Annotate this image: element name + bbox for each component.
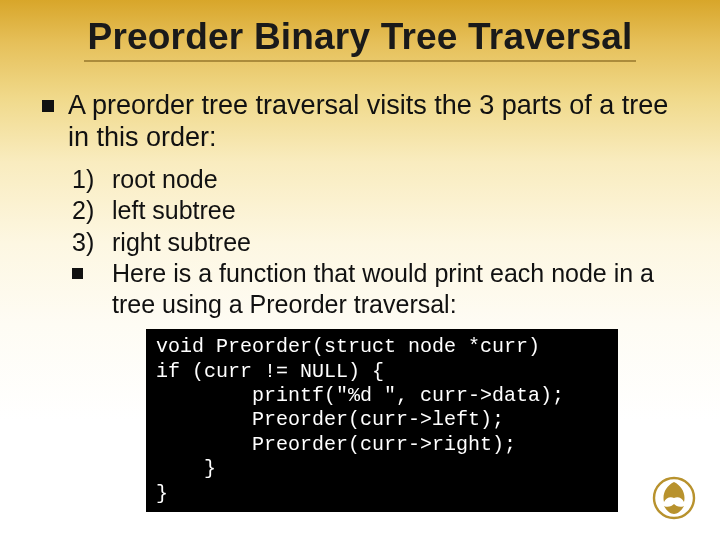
intro-line: A preorder tree traversal visits the 3 p…: [42, 90, 678, 154]
intro-text: A preorder tree traversal visits the 3 p…: [68, 90, 668, 152]
code-block: void Preorder(struct node *curr) if (cur…: [146, 329, 618, 512]
title-wrap: Preorder Binary Tree Traversal: [0, 0, 720, 62]
list-item: 2) left subtree: [72, 195, 678, 226]
list-number: 2): [72, 195, 94, 226]
list-item: 3) right subtree: [72, 227, 678, 258]
slide-title: Preorder Binary Tree Traversal: [84, 16, 637, 62]
slide: Preorder Binary Tree Traversal A preorde…: [0, 0, 720, 540]
square-bullet-icon: [42, 100, 54, 112]
ucf-pegasus-logo: [652, 476, 696, 520]
list-item: 1) root node: [72, 164, 678, 195]
list-text: left subtree: [112, 196, 236, 224]
note-text: Here is a function that would print each…: [112, 259, 654, 318]
list-number: 1): [72, 164, 94, 195]
ordered-list: 1) root node 2) left subtree 3) right su…: [42, 164, 678, 320]
pegasus-icon: [652, 476, 696, 520]
content-area: A preorder tree traversal visits the 3 p…: [0, 62, 720, 512]
square-bullet-icon: [72, 268, 83, 279]
list-number: 3): [72, 227, 94, 258]
list-text: root node: [112, 165, 218, 193]
list-item-note: Here is a function that would print each…: [72, 258, 678, 319]
list-text: right subtree: [112, 228, 251, 256]
